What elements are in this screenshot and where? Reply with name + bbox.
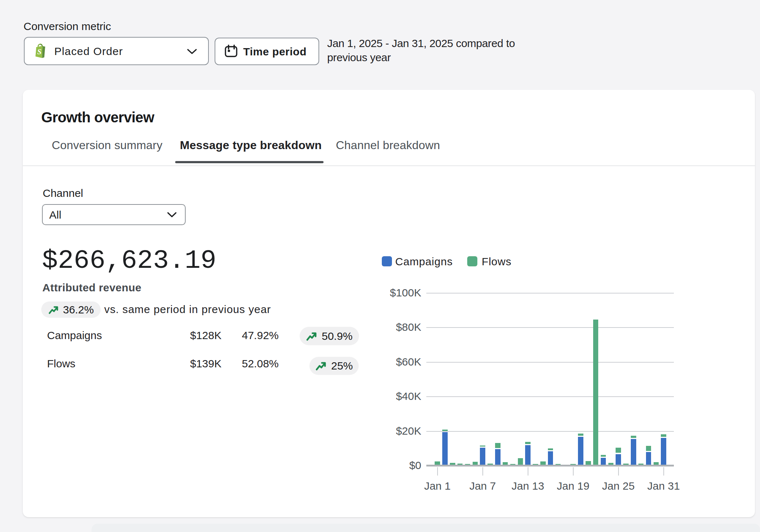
svg-text:S: S bbox=[37, 47, 42, 56]
